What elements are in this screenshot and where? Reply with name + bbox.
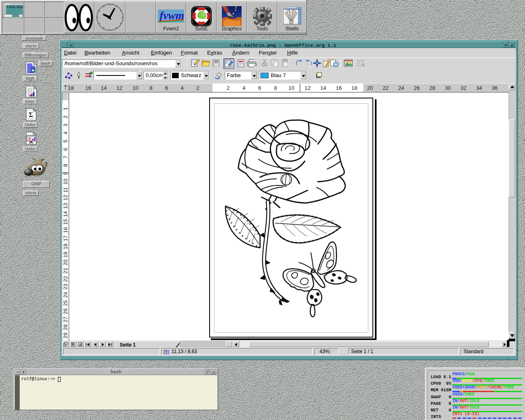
svg-text:rose-kat: rose-kat [7,5,23,9]
svg-text:Σ: Σ [29,111,33,118]
